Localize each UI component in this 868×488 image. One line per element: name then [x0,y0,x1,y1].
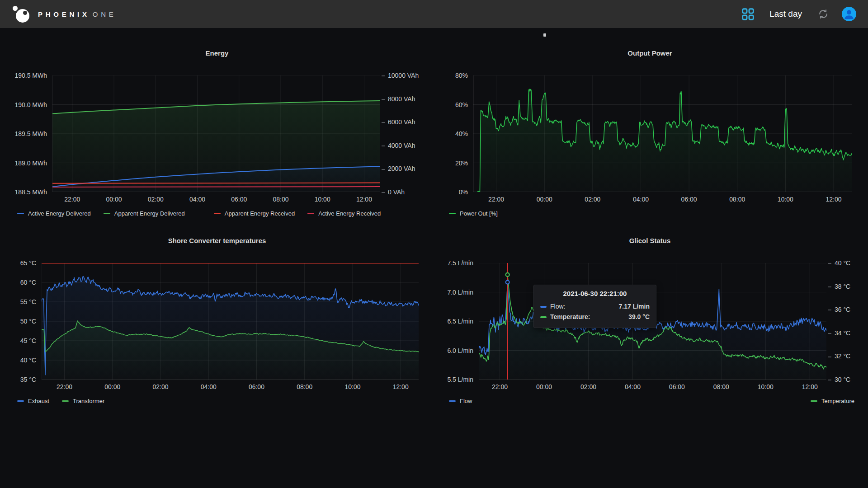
y-axis-label-right: 10000 VAh [382,71,419,80]
legend-series-dash-icon [17,213,24,214]
y-axis-label-left: 0% [441,188,468,196]
legend-label: Temperature [821,398,854,404]
x-axis-label: 22:00 [492,383,508,390]
legend-series-dash-icon [214,213,221,214]
x-axis-label: 02:00 [152,383,168,390]
x-axis-label: 02:00 [580,383,596,390]
x-axis-label: 04:00 [625,383,641,390]
chart-legend: Active Energy DeliveredApparent Energy D… [17,210,420,217]
y-axis-label-right: 40 °C [828,259,850,267]
x-axis-label: 02:00 [585,196,600,203]
x-axis-label: 08:00 [713,383,729,390]
legend-label: Power Out [%] [460,210,498,217]
panel-output-power: Output Power 0%20%40%60%80%22:0000:0002:… [441,38,859,225]
y-axis-label-left: 50 °C [9,317,36,325]
brand-name: PHOENIXONE [38,10,117,18]
y-axis-label-right: 36 °C [828,305,850,314]
y-axis-label-right: 32 °C [828,352,850,360]
y-axis-label-right: 4000 VAh [382,141,415,150]
legend-label: Active Energy Received [318,210,381,217]
time-range-button[interactable]: Last day [767,7,805,21]
x-axis-label: 08:00 [297,383,312,390]
panel-title-glicol-status: Glicol Status [441,237,859,246]
legend-label: Transformer [73,398,104,404]
y-axis-label-left: 190.0 MWh [9,101,47,109]
legend-item-apparent-energy-delivered[interactable]: Apparent Energy Delivered [104,210,185,217]
y-axis-label-right: 2000 VAh [382,164,415,173]
tooltip-timestamp: 2021-06-30 22:21:00 [540,290,650,297]
y-axis-label-left: 60% [441,101,468,109]
power-plot-area[interactable] [473,75,852,192]
legend-series-dash-icon [449,213,456,214]
x-axis-label: 06:00 [231,196,247,203]
x-axis-label: 22:00 [57,383,72,390]
y-axis-label-left: 6.0 L/min [441,347,473,355]
y-axis-label-left: 45 °C [9,337,36,345]
legend-item-flow[interactable]: Flow [449,398,472,404]
legend-item-active-energy-delivered[interactable]: Active Energy Delivered [17,210,91,217]
y-axis-label-left: 5.5 L/min [441,375,473,384]
y-axis-label-right: 6000 VAh [382,118,415,126]
y-axis-label-left: 189.0 MWh [9,159,47,167]
user-avatar[interactable] [842,7,856,21]
tooltip-series-value: 7.17 L/min [619,301,650,312]
energy-plot-area[interactable] [52,75,380,192]
y-axis-label-right: 8000 VAh [382,95,415,103]
legend-label: Exhaust [28,398,49,404]
hover-marker [506,281,509,284]
shore-converter-chart[interactable]: 35 °C40 °C45 °C50 °C55 °C60 °C65 °C22:00… [9,263,425,412]
legend-item-exhaust[interactable]: Exhaust [17,398,49,404]
panel-energy: Energy 188.5 MWh189.0 MWh189.5 MWh190.0 … [9,38,425,225]
chart-tooltip: 2021-06-30 22:21:00 Flow:7.17 L/minTempe… [533,285,656,328]
y-axis-label-left: 7.5 L/min [441,259,473,267]
legend-label: Apparent Energy Received [225,210,295,217]
panel-shore-converter: Shore Converter temperatures 35 °C40 °C4… [9,226,425,412]
x-axis-label: 12:00 [356,196,372,203]
x-axis-label: 04:00 [201,383,217,390]
y-axis-label-left: 40 °C [9,356,36,364]
energy-chart[interactable]: 188.5 MWh189.0 MWh189.5 MWh190.0 MWh190.… [9,75,425,225]
refresh-icon[interactable] [816,6,831,22]
x-axis-label: 00:00 [537,196,552,203]
y-axis-label-left: 65 °C [9,259,36,267]
y-axis-label-left: 188.5 MWh [9,188,47,196]
chart-legend: ExhaustTransformer [17,398,420,404]
tooltip-series-dash-icon [540,306,547,308]
y-axis-label-left: 189.5 MWh [9,130,47,138]
dashboards-grid-icon[interactable] [740,6,756,22]
x-axis-label: 04:00 [633,196,649,203]
legend-label: Apparent Energy Delivered [114,210,185,217]
x-axis-label: 04:00 [189,196,205,203]
y-axis-label-left: 60 °C [9,278,36,286]
legend-item-apparent-energy-received[interactable]: Apparent Energy Received [214,210,295,217]
x-axis-label: 08:00 [729,196,745,203]
x-axis-label: 00:00 [104,383,120,390]
y-axis-label-left: 6.5 L/min [441,317,473,325]
panel-title-shore-converter: Shore Converter temperatures [9,237,425,246]
legend-item-active-energy-received[interactable]: Active Energy Received [307,210,381,217]
shore-plot-area[interactable] [42,263,419,380]
output-power-chart[interactable]: 0%20%40%60%80%22:0000:0002:0004:0006:000… [441,75,859,225]
y-axis-label-left: 7.0 L/min [441,288,473,296]
panel-glicol-status: Glicol Status 5.5 L/min6.0 L/min6.5 L/mi… [441,226,859,412]
legend-label: Active Energy Delivered [28,210,91,217]
x-axis-label: 22:00 [64,196,80,203]
app-header: PHOENIXONE Last day [0,0,868,28]
chart-legend: FlowTemperature [449,398,854,404]
chart-legend: Power Out [%] [449,210,854,217]
cursor-artifact [543,33,546,37]
legend-item-power-out-[interactable]: Power Out [%] [449,210,498,217]
x-axis-label: 12:00 [802,383,818,390]
legend-series-dash-icon [62,400,69,402]
x-axis-label: 10:00 [315,196,330,203]
y-axis-label-left: 40% [441,130,468,138]
tooltip-row-flow: Flow:7.17 L/min [540,301,650,312]
panel-title-output-power: Output Power [441,49,859,58]
legend-item-transformer[interactable]: Transformer [62,398,104,404]
legend-item-temperature[interactable]: Temperature [811,398,854,404]
series-line-active-energy-received [52,187,380,187]
x-axis-label: 12:00 [393,383,409,390]
x-axis-label: 06:00 [249,383,264,390]
phoenix-logo[interactable]: PHOENIXONE [12,4,117,24]
panel-title-energy: Energy [9,49,425,58]
